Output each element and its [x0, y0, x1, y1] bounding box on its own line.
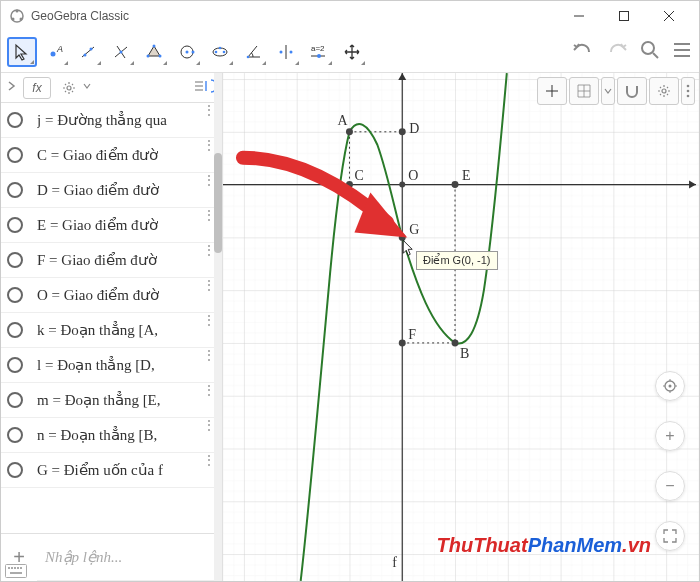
tool-slider[interactable]: a=2: [304, 37, 334, 67]
list-item[interactable]: k = Đoạn thẳng [A,⋮: [1, 313, 222, 348]
list-item[interactable]: m = Đoạn thẳng [E,⋮: [1, 383, 222, 418]
point-A: [346, 128, 353, 135]
list-item[interactable]: E = Giao điểm đườ⋮: [1, 208, 222, 243]
visibility-toggle[interactable]: [7, 357, 23, 373]
minimize-button[interactable]: [556, 1, 601, 31]
grid-dropdown-icon[interactable]: [601, 77, 615, 105]
svg-rect-47: [11, 567, 13, 569]
zoom-out-button[interactable]: −: [655, 471, 685, 501]
list-item[interactable]: G = Điểm uốn của f⋮: [1, 453, 222, 488]
svg-rect-53: [223, 73, 699, 581]
svg-text:E: E: [462, 168, 471, 183]
axes-toggle[interactable]: [537, 77, 567, 105]
list-item[interactable]: O = Giao điểm đườ⋮: [1, 278, 222, 313]
svg-text:O: O: [408, 168, 418, 183]
tool-move[interactable]: [7, 37, 37, 67]
snap-toggle[interactable]: [617, 77, 647, 105]
tool-move-view[interactable]: [337, 37, 367, 67]
svg-text:f: f: [392, 555, 397, 570]
svg-rect-5: [619, 12, 628, 21]
app-title: GeoGebra Classic: [31, 9, 556, 23]
list-item[interactable]: l = Đoạn thẳng [D, ⋮: [1, 348, 222, 383]
visibility-toggle[interactable]: [7, 112, 23, 128]
algebra-list: j = Đường thẳng qua⋮ C = Giao điểm đườ⋮ …: [1, 103, 222, 533]
maximize-button[interactable]: [601, 1, 646, 31]
sidebar-scrollbar[interactable]: [214, 73, 222, 581]
tool-angle[interactable]: [238, 37, 268, 67]
svg-point-8: [51, 51, 56, 56]
tool-perpendicular[interactable]: [106, 37, 136, 67]
search-button[interactable]: [639, 39, 661, 65]
recenter-button[interactable]: [655, 371, 685, 401]
sidebar-settings-icon[interactable]: [55, 77, 83, 99]
close-button[interactable]: [646, 1, 691, 31]
graph-canvas[interactable]: A B C D E F G O f: [223, 73, 699, 581]
zoom-in-button[interactable]: +: [655, 421, 685, 451]
graph-more-icon[interactable]: [681, 77, 695, 105]
tool-circle[interactable]: [172, 37, 202, 67]
watermark: ThuThuatPhanMem.vn: [437, 534, 651, 557]
svg-point-74: [687, 95, 690, 98]
point-tooltip: Điểm G(0, -1): [416, 251, 498, 270]
svg-point-25: [223, 50, 226, 53]
list-item[interactable]: D = Giao điểm đườ⋮: [1, 173, 222, 208]
visibility-toggle[interactable]: [7, 252, 23, 268]
svg-rect-46: [8, 567, 10, 569]
visibility-toggle[interactable]: [7, 322, 23, 338]
undo-button[interactable]: [571, 38, 595, 66]
graph-view[interactable]: A B C D E F G O f: [223, 73, 699, 581]
svg-text:B: B: [460, 346, 469, 361]
sidebar-expand-icon[interactable]: [5, 79, 19, 97]
point-E: [452, 181, 459, 188]
app-logo-icon: [9, 8, 25, 24]
svg-point-17: [153, 44, 156, 47]
fullscreen-button[interactable]: [655, 521, 685, 551]
visibility-toggle[interactable]: [7, 147, 23, 163]
fx-button[interactable]: fx: [23, 77, 51, 99]
list-item[interactable]: C = Giao điểm đườ⋮: [1, 138, 222, 173]
svg-point-73: [687, 90, 690, 93]
visibility-toggle[interactable]: [7, 287, 23, 303]
visibility-toggle[interactable]: [7, 217, 23, 233]
svg-text:D: D: [409, 121, 419, 136]
svg-rect-49: [17, 567, 19, 569]
svg-text:F: F: [408, 327, 416, 342]
list-item[interactable]: j = Đường thẳng qua⋮: [1, 103, 222, 138]
tool-line[interactable]: [73, 37, 103, 67]
svg-point-2: [20, 18, 23, 21]
svg-point-11: [84, 53, 87, 56]
titlebar: GeoGebra Classic: [1, 1, 699, 31]
graph-toolbar: [537, 77, 695, 105]
algebra-sidebar: fx j = Đường thẳng qua⋮ C = Giao điểm đư…: [1, 73, 223, 581]
list-item[interactable]: n = Đoạn thẳng [B,⋮: [1, 418, 222, 453]
tool-reflect[interactable]: [271, 37, 301, 67]
grid-toggle[interactable]: [569, 77, 599, 105]
svg-text:A: A: [56, 44, 63, 54]
command-input[interactable]: Nhập lệnh...: [37, 534, 222, 581]
visibility-toggle[interactable]: [7, 392, 23, 408]
sidebar-dropdown-icon[interactable]: [83, 79, 91, 97]
tool-ellipse[interactable]: [205, 37, 235, 67]
svg-point-36: [642, 42, 654, 54]
svg-rect-50: [20, 567, 22, 569]
svg-point-32: [290, 50, 293, 53]
svg-point-72: [687, 85, 690, 88]
visibility-toggle[interactable]: [7, 462, 23, 478]
graph-settings-icon[interactable]: [649, 77, 679, 105]
svg-point-22: [192, 50, 195, 53]
toolbar: A a=2: [1, 31, 699, 73]
svg-rect-48: [14, 567, 16, 569]
list-item[interactable]: F = Giao điểm đườ⋮: [1, 243, 222, 278]
svg-point-21: [186, 50, 189, 53]
redo-button[interactable]: [605, 38, 629, 66]
visibility-toggle[interactable]: [7, 427, 23, 443]
tool-polygon[interactable]: [139, 37, 169, 67]
svg-text:G: G: [409, 222, 419, 237]
visibility-toggle[interactable]: [7, 182, 23, 198]
svg-point-35: [317, 54, 321, 58]
svg-point-31: [280, 50, 283, 53]
menu-button[interactable]: [671, 39, 693, 65]
keyboard-icon[interactable]: [5, 564, 27, 582]
tool-point[interactable]: A: [40, 37, 70, 67]
svg-point-71: [662, 89, 666, 93]
